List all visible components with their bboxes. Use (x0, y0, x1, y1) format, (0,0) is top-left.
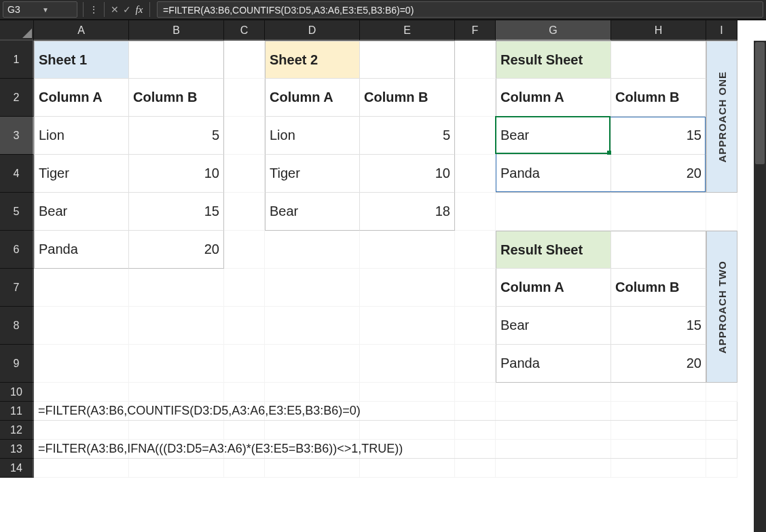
sheet2-colA-header[interactable]: Column A (265, 79, 360, 117)
approach-two-label: APPROACH TWO (716, 261, 728, 354)
row-header-5[interactable]: 5 (0, 193, 34, 231)
sheet1-colA-header[interactable]: Column A (34, 79, 129, 117)
sheet2-cell[interactable]: 5 (360, 117, 455, 155)
row-header-6[interactable]: 6 (0, 231, 34, 269)
more-icon[interactable]: ⋮ (88, 4, 100, 15)
spreadsheet-grid: ABCDEFGHI 1234567891011121314 Sheet 1Col… (0, 20, 766, 532)
column-header-C[interactable]: C (224, 20, 265, 41)
sheet2-cell[interactable]: Lion (265, 117, 360, 155)
approach-two-side: APPROACH TWO (706, 231, 737, 383)
result1-colB-header[interactable]: Column B (611, 79, 706, 117)
row-header-10[interactable]: 10 (0, 383, 34, 402)
column-header-A[interactable]: A (34, 20, 129, 41)
row-header-13[interactable]: 13 (0, 440, 34, 459)
row-header-8[interactable]: 8 (0, 307, 34, 345)
sheet1-cell[interactable]: Bear (34, 193, 129, 231)
sheet1-cell[interactable]: Lion (34, 117, 129, 155)
scrollbar-thumb[interactable] (755, 42, 765, 164)
row-header-9[interactable]: 9 (0, 345, 34, 383)
result1-cell[interactable]: Panda (496, 155, 611, 193)
row-header-11[interactable]: 11 (0, 402, 34, 421)
result1-cell[interactable]: 20 (611, 155, 706, 193)
sheet1-title[interactable]: Sheet 1 (34, 41, 129, 79)
sheet2-cell[interactable]: 10 (360, 155, 455, 193)
select-all-icon (22, 28, 32, 38)
sheet1-cell[interactable]: 5 (129, 117, 224, 155)
cancel-icon[interactable]: ✕ (109, 4, 121, 15)
result1-cell[interactable]: Bear (496, 117, 611, 155)
cell[interactable] (611, 41, 706, 79)
result2-colA-header[interactable]: Column A (496, 269, 611, 307)
formula-bar: G3 ▼ ⋮ ✕ ✓ fx =FILTER(A3:B6,COUNTIFS(D3:… (0, 0, 766, 20)
row-header-4[interactable]: 4 (0, 155, 34, 193)
cell[interactable] (360, 41, 455, 79)
cell[interactable] (129, 41, 224, 79)
sheet2-cell[interactable]: Tiger (265, 155, 360, 193)
result2-title[interactable]: Result Sheet (496, 231, 611, 269)
accept-icon[interactable]: ✓ (121, 4, 133, 15)
column-header-I[interactable]: I (706, 20, 737, 41)
row-header-3[interactable]: 3 (0, 117, 34, 155)
sheet2-title[interactable]: Sheet 2 (265, 41, 360, 79)
name-box[interactable]: G3 ▼ (3, 1, 77, 18)
fx-icon[interactable]: fx (133, 4, 145, 16)
chevron-down-icon[interactable]: ▼ (42, 6, 73, 14)
cell[interactable] (611, 231, 706, 269)
result1-cell[interactable]: 15 (611, 117, 706, 155)
cell-reference: G3 (7, 4, 38, 15)
sheet1-cell[interactable]: Tiger (34, 155, 129, 193)
column-header-D[interactable]: D (265, 20, 360, 41)
column-header-H[interactable]: H (611, 20, 706, 41)
divider (149, 2, 150, 17)
sheet1-colB-header[interactable]: Column B (129, 79, 224, 117)
formula-input[interactable]: =FILTER(A3:B6,COUNTIFS(D3:D5,A3:A6,E3:E5… (157, 1, 763, 18)
sheet1-cell[interactable]: 15 (129, 193, 224, 231)
formula-row-11[interactable]: =FILTER(A3:B6,COUNTIFS(D3:D5,A3:A6,E3:E5… (34, 402, 737, 421)
approach-one-side: APPROACH ONE (706, 41, 737, 193)
result2-cell[interactable]: 20 (611, 345, 706, 383)
column-header-E[interactable]: E (360, 20, 455, 41)
formula-row-13[interactable]: =FILTER(A3:B6,IFNA(((D3:D5=A3:A6)*(E3:E5… (34, 440, 737, 459)
sheet2-cell[interactable]: 18 (360, 193, 455, 231)
result2-colB-header[interactable]: Column B (611, 269, 706, 307)
row-header-12[interactable]: 12 (0, 421, 34, 440)
column-header-B[interactable]: B (129, 20, 224, 41)
row-header-1[interactable]: 1 (0, 41, 34, 79)
result2-cell[interactable]: Panda (496, 345, 611, 383)
sheet1-cell[interactable]: Panda (34, 231, 129, 269)
svg-marker-0 (22, 28, 32, 38)
result2-cell[interactable]: Bear (496, 307, 611, 345)
sheet2-colB-header[interactable]: Column B (360, 79, 455, 117)
row-header-7[interactable]: 7 (0, 269, 34, 307)
vertical-scrollbar[interactable] (754, 41, 766, 532)
sheet2-cell[interactable]: Bear (265, 193, 360, 231)
sheet1-cell[interactable]: 10 (129, 155, 224, 193)
row-header-2[interactable]: 2 (0, 79, 34, 117)
row-header-14[interactable]: 14 (0, 459, 34, 478)
column-header-G[interactable]: G (496, 20, 611, 41)
divider (104, 2, 105, 17)
select-all-corner[interactable] (0, 20, 34, 41)
result1-colA-header[interactable]: Column A (496, 79, 611, 117)
row-headers: 1234567891011121314 (0, 41, 34, 478)
column-header-F[interactable]: F (455, 20, 496, 41)
sheet1-cell[interactable]: 20 (129, 231, 224, 269)
divider (83, 2, 84, 17)
approach-one-label: APPROACH ONE (716, 71, 728, 163)
result1-title[interactable]: Result Sheet (496, 41, 611, 79)
result2-cell[interactable]: 15 (611, 307, 706, 345)
column-headers: ABCDEFGHI (34, 20, 737, 41)
